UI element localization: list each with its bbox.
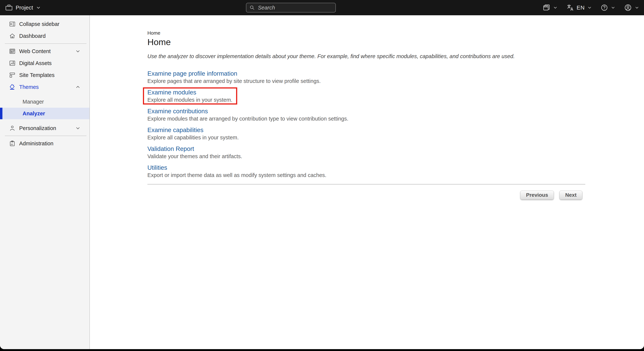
project-menu-button[interactable]: Project (5, 0, 41, 15)
chevron-down-icon (635, 6, 639, 10)
chevron-down-icon (553, 6, 558, 10)
sidebar-item-label: Web Content (19, 48, 51, 54)
chevron-down-icon (611, 6, 615, 10)
screenshot-window: Project (0, 0, 644, 351)
topbar-actions: EN (543, 0, 639, 15)
sidebar-item-dashboard[interactable]: Dashboard (0, 30, 90, 42)
sidebar-item-label: Digital Assets (19, 60, 52, 66)
sidebar-item-site-templates[interactable]: Site Templates (0, 69, 90, 81)
language-code: EN (576, 4, 585, 11)
layout-icon (9, 72, 16, 78)
link-description: Explore all modules in your system. (148, 97, 232, 103)
page-title: Home (148, 37, 585, 47)
sidebar-item-administration[interactable]: Administration (0, 138, 90, 150)
sidebar-item-themes[interactable]: Themes (0, 81, 90, 93)
sidebar: Collapse sidebar Dashboard (0, 15, 90, 349)
user-menu-button[interactable] (624, 4, 639, 12)
sidebar-item-web-content[interactable]: Web Content (0, 45, 90, 57)
sidebar-item-label: Dashboard (19, 33, 46, 39)
breadcrumb[interactable]: Home (148, 30, 160, 36)
chevron-up-icon (75, 84, 80, 90)
link-description: Explore pages that are arranged by site … (148, 78, 321, 84)
link-block-examine-modules: Examine modules Explore all modules in y… (148, 89, 232, 103)
link-block-examine-page-profile: Examine page profile information Explore… (148, 70, 321, 84)
utilities-link[interactable]: Utilities (148, 164, 167, 171)
sidebar-item-label: Themes (19, 84, 39, 90)
top-bar: Project (0, 0, 644, 15)
link-description: Explore all capabilities in your system. (148, 134, 239, 140)
link-block-examine-contributions: Examine contributions Explore modules th… (148, 108, 348, 122)
user-avatar-icon (624, 4, 632, 12)
sidebar-item-digital-assets[interactable]: Digital Assets (0, 57, 90, 69)
wizard-buttons: Previous Next (148, 190, 585, 200)
chevron-down-icon (75, 49, 80, 54)
language-selector[interactable]: EN (566, 4, 592, 12)
briefcase-icon (5, 4, 13, 11)
content-divider (148, 184, 585, 184)
collapse-panel-icon (9, 21, 16, 28)
next-button[interactable]: Next (560, 190, 582, 200)
clipboard-chart-icon (9, 140, 16, 147)
sidebar-subitem-analyzer[interactable]: Analyzer (0, 108, 90, 119)
sidebar-item-label: Manager (22, 99, 44, 105)
link-block-validation-report: Validation Report Validate your themes a… (148, 146, 242, 159)
help-icon (600, 4, 608, 12)
search-icon (249, 5, 255, 10)
sidebar-item-label: Personalization (19, 125, 56, 131)
web-content-icon (9, 48, 16, 54)
collapse-sidebar-button[interactable]: Collapse sidebar (0, 18, 90, 30)
chevron-down-icon (36, 5, 41, 10)
link-description: Export or import theme data as well as m… (148, 172, 326, 178)
examine-capabilities-link[interactable]: Examine capabilities (148, 127, 204, 134)
main-content: Home Home Use the analyzer to discover i… (90, 15, 644, 349)
link-block-utilities: Utilities Export or import theme data as… (148, 164, 326, 178)
image-icon (9, 60, 16, 66)
person-icon (9, 125, 16, 132)
sidebar-item-label: Collapse sidebar (19, 21, 60, 27)
examine-page-profile-link[interactable]: Examine page profile information (148, 70, 237, 77)
translate-icon (566, 4, 574, 12)
help-menu-button[interactable] (600, 4, 615, 12)
analyzer-links: Examine page profile information Explore… (148, 70, 585, 178)
sidebar-divider (5, 44, 86, 44)
applications-icon (543, 4, 550, 12)
link-description: Explore modules that are arranged by con… (148, 116, 348, 122)
sidebar-divider (5, 136, 86, 136)
examine-modules-link[interactable]: Examine modules (148, 89, 196, 96)
app-frame: Project (0, 0, 644, 349)
home-icon (9, 32, 16, 39)
sidebar-subitem-manager[interactable]: Manager (0, 96, 90, 108)
project-label: Project (16, 4, 33, 11)
search-box (246, 3, 336, 12)
chevron-down-icon (587, 6, 592, 10)
link-block-examine-capabilities: Examine capabilities Explore all capabil… (148, 127, 239, 140)
page-subtitle: Use the analyzer to discover implementat… (148, 53, 585, 60)
chevron-down-icon (75, 126, 80, 131)
sidebar-item-personalization[interactable]: Personalization (0, 122, 90, 134)
sidebar-item-label: Site Templates (19, 72, 54, 78)
validation-report-link[interactable]: Validation Report (148, 146, 194, 152)
link-description: Validate your themes and their artifacts… (148, 153, 242, 159)
paint-bucket-icon (9, 84, 16, 90)
sidebar-item-label: Administration (19, 140, 54, 146)
sidebar-item-label: Analyzer (22, 110, 45, 117)
app-switcher-button[interactable] (543, 4, 558, 12)
search-input[interactable] (258, 4, 332, 11)
previous-button[interactable]: Previous (520, 190, 554, 200)
examine-contributions-link[interactable]: Examine contributions (148, 108, 208, 114)
